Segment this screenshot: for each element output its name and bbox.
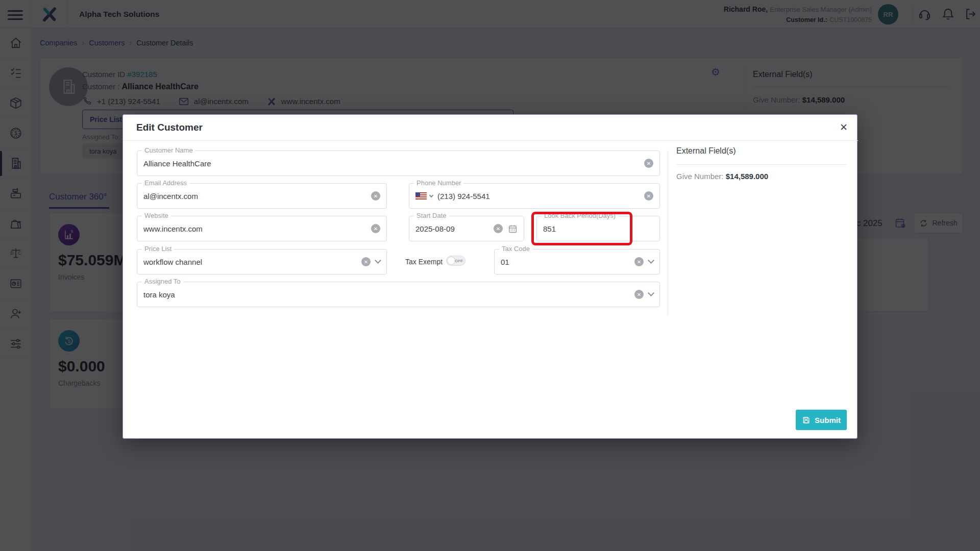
look-back-field-value: 851 [543, 224, 556, 233]
price-list-select-label: Price List [142, 245, 174, 253]
edit-customer-modal: Edit Customer ✕ Customer Name Alliance H… [122, 114, 857, 439]
close-icon[interactable]: ✕ [837, 120, 851, 134]
chevron-down-icon[interactable] [648, 290, 654, 296]
modal-give-number-line: Give Number: $14,589.000 [676, 172, 768, 181]
email-field-value: al@incentx.com [143, 192, 198, 201]
website-field-value: www.incentx.com [143, 224, 203, 233]
customer-name-field-label: Customer Name [142, 146, 195, 154]
phone-field[interactable]: Phone Number (213) 924-5541 ✕ [409, 183, 660, 209]
modal-external-divider [676, 164, 847, 165]
clear-icon[interactable]: ✕ [644, 191, 653, 201]
toggle-knob [447, 257, 455, 265]
clear-icon[interactable]: ✕ [644, 159, 653, 168]
toggle-state-text: OFF [455, 259, 463, 263]
clear-icon[interactable]: ✕ [371, 224, 380, 233]
tax-exempt-toggle[interactable]: OFF [446, 256, 465, 266]
look-back-period-field[interactable]: Look Back Period(Days) 851 [536, 216, 660, 241]
price-list-select[interactable]: Price List workflow channel ✕ [137, 249, 387, 274]
email-field[interactable]: Email Address al@incentx.com ✕ [137, 183, 387, 209]
assigned-to-select-value: tora koya [143, 290, 175, 299]
assigned-to-select[interactable]: Assigned To tora koya ✕ [137, 282, 660, 307]
tax-code-select-label: Tax Code [499, 245, 532, 253]
website-field-label: Website [142, 212, 171, 219]
chevron-down-icon[interactable] [375, 257, 381, 264]
clear-icon[interactable]: ✕ [361, 257, 371, 266]
phone-field-label: Phone Number [414, 179, 463, 187]
email-field-label: Email Address [142, 179, 189, 187]
price-list-select-value: workflow channel [143, 258, 202, 266]
clear-icon[interactable]: ✕ [494, 224, 503, 233]
look-back-field-label: Look Back Period(Days) [542, 212, 618, 219]
modal-give-number-label: Give Number: [676, 172, 724, 181]
phone-field-value: (213) 924-5541 [437, 192, 490, 201]
tax-code-select-value: 01 [501, 258, 509, 266]
us-flag-icon [415, 192, 427, 199]
customer-name-field[interactable]: Customer Name Alliance HealthCare ✕ [137, 151, 660, 176]
tax-code-select[interactable]: Tax Code 01 ✕ [494, 249, 660, 274]
start-date-field-value: 2025-08-09 [415, 224, 455, 233]
modal-give-number-value: $14,589.000 [726, 172, 768, 181]
submit-button[interactable]: Submit [796, 410, 847, 430]
start-date-field-label: Start Date [414, 212, 449, 219]
modal-external-fields-title: External Field(s) [676, 146, 736, 156]
submit-button-label: Submit [815, 416, 841, 424]
calendar-icon[interactable] [508, 224, 518, 234]
clear-icon[interactable]: ✕ [634, 257, 644, 266]
modal-title: Edit Customer [136, 122, 203, 133]
save-icon [802, 416, 811, 424]
modal-title-divider [123, 140, 858, 141]
dial-code-chevron-icon[interactable] [429, 193, 433, 197]
tax-exempt-label: Tax Exempt [405, 258, 443, 266]
assigned-to-select-label: Assigned To [142, 278, 183, 285]
clear-icon[interactable]: ✕ [634, 290, 644, 299]
customer-name-field-value: Alliance HealthCare [143, 159, 211, 168]
screen: Alpha Tech Solutions Richard Roe, Enterp… [0, 0, 980, 551]
chevron-down-icon[interactable] [648, 257, 654, 264]
modal-vertical-divider [668, 151, 668, 316]
start-date-field[interactable]: Start Date 2025-08-09 ✕ [409, 216, 524, 241]
clear-icon[interactable]: ✕ [371, 191, 380, 201]
website-field[interactable]: Website www.incentx.com ✕ [137, 216, 387, 241]
